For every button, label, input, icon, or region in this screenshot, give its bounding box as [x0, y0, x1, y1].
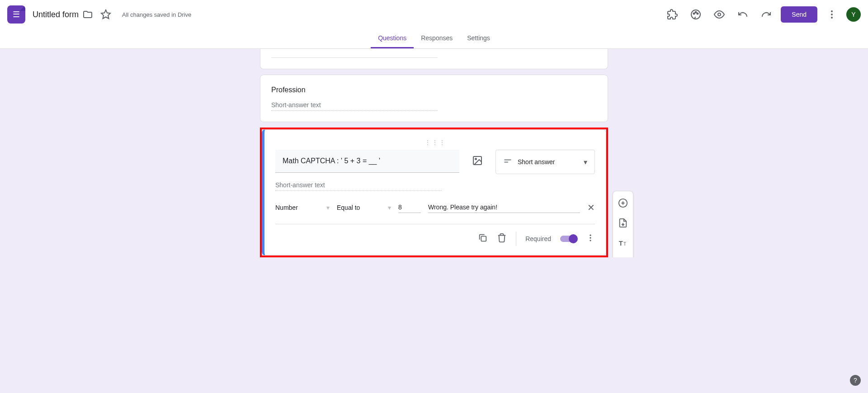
highlight-annotation: ⋮⋮⋮ Short answer ▾ Short-answer text — [260, 128, 608, 257]
svg-point-8 — [831, 17, 833, 19]
profession-card[interactable]: Profession Short-answer text — [260, 75, 608, 122]
type-label: Short answer — [518, 158, 578, 166]
validation-value-input[interactable] — [398, 202, 421, 213]
avatar[interactable]: Y — [846, 7, 861, 22]
short-answer-icon — [503, 156, 512, 167]
svg-point-4 — [697, 13, 698, 14]
add-title-icon[interactable]: TT — [615, 235, 631, 251]
delete-icon[interactable] — [497, 233, 507, 245]
svg-point-2 — [693, 13, 695, 14]
validation-condition-dropdown[interactable]: Equal to ▾ — [337, 204, 391, 211]
move-to-folder-icon[interactable] — [79, 5, 97, 24]
svg-point-6 — [831, 10, 833, 12]
svg-rect-12 — [505, 162, 508, 163]
divider — [516, 232, 516, 246]
addons-icon[interactable] — [663, 5, 681, 24]
required-toggle[interactable] — [560, 236, 577, 242]
question-more-icon[interactable] — [586, 233, 595, 244]
chevron-down-icon: ▾ — [584, 158, 587, 166]
svg-point-10 — [475, 158, 476, 160]
short-answer-placeholder: Short-answer text — [275, 181, 442, 191]
svg-text:T: T — [619, 240, 623, 247]
svg-point-7 — [831, 14, 833, 15]
import-questions-icon[interactable] — [615, 215, 631, 231]
tab-questions[interactable]: Questions — [371, 29, 414, 48]
add-image-icon[interactable] — [615, 255, 631, 257]
drag-handle-icon[interactable]: ⋮⋮⋮ — [275, 139, 595, 146]
previous-card-peek[interactable] — [260, 49, 608, 69]
svg-rect-13 — [481, 236, 486, 241]
svg-point-16 — [590, 240, 591, 241]
send-button[interactable]: Send — [781, 6, 817, 23]
chevron-down-icon: ▾ — [388, 204, 391, 211]
undo-icon[interactable] — [734, 5, 752, 24]
chevron-down-icon: ▾ — [326, 204, 330, 211]
tab-responses[interactable]: Responses — [414, 29, 460, 48]
svg-marker-0 — [101, 10, 110, 19]
svg-point-15 — [590, 237, 591, 238]
question-title: Profession — [271, 86, 597, 94]
add-image-icon[interactable] — [467, 150, 488, 171]
question-type-dropdown[interactable]: Short answer ▾ — [495, 150, 595, 174]
close-validation-icon[interactable]: ✕ — [587, 202, 595, 213]
validation-type-dropdown[interactable]: Number ▾ — [275, 204, 330, 211]
preview-icon[interactable] — [710, 5, 728, 24]
validation-error-input[interactable] — [428, 202, 580, 213]
redo-icon[interactable] — [757, 5, 775, 24]
duplicate-icon[interactable] — [478, 233, 488, 245]
add-question-icon[interactable] — [615, 195, 631, 211]
svg-rect-11 — [505, 160, 511, 161]
svg-text:T: T — [623, 241, 626, 246]
active-question-card[interactable]: ⋮⋮⋮ Short answer ▾ Short-answer text — [262, 129, 606, 256]
forms-logo[interactable]: ☰ — [7, 5, 25, 24]
form-title[interactable]: Untitled form — [33, 10, 79, 19]
customize-theme-icon[interactable] — [687, 5, 705, 24]
question-text-input[interactable] — [275, 150, 459, 173]
required-label: Required — [525, 235, 551, 242]
star-icon[interactable] — [97, 5, 115, 24]
save-status: All changes saved in Drive — [122, 11, 191, 18]
svg-point-3 — [695, 12, 697, 13]
svg-point-5 — [718, 13, 721, 16]
more-icon[interactable] — [823, 5, 841, 24]
side-toolbar: TT — [613, 191, 633, 257]
short-answer-placeholder: Short-answer text — [271, 101, 438, 111]
svg-point-14 — [590, 235, 591, 236]
tab-settings[interactable]: Settings — [460, 29, 497, 48]
